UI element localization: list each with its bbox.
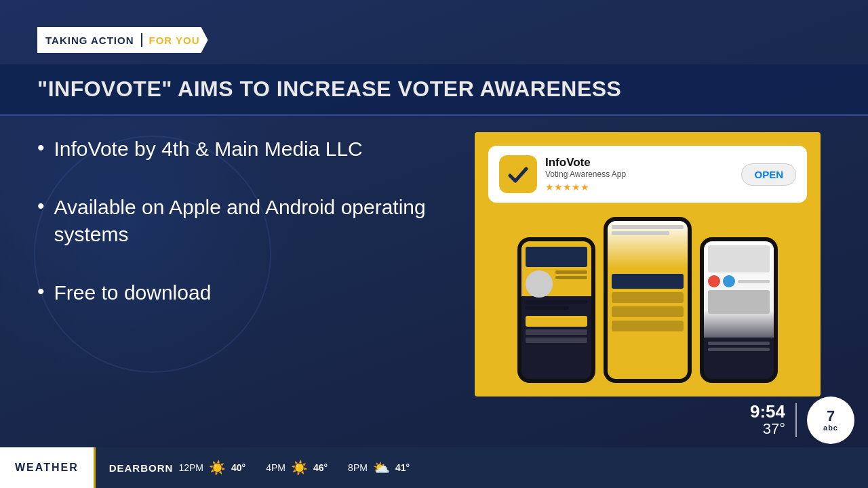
bar1 bbox=[526, 300, 587, 304]
weather-label: WEATHER bbox=[0, 447, 94, 488]
channel-number: 7 bbox=[827, 409, 835, 424]
right-line bbox=[738, 280, 770, 283]
app-stars: ★★★★★ bbox=[545, 182, 733, 192]
center-bar2 bbox=[612, 292, 684, 303]
screen-content-left bbox=[526, 247, 587, 312]
center-bar4 bbox=[612, 321, 684, 331]
city-temp-4pm: 46° bbox=[313, 462, 328, 473]
appstore-card: InfoVote Voting Awareness App ★★★★★ OPEN bbox=[488, 146, 807, 203]
line1 bbox=[555, 270, 587, 274]
city-temp-dearborn: 40° bbox=[231, 462, 245, 473]
city-item-8pm: 8PM ⛅ 41° bbox=[348, 460, 410, 476]
city-time-8pm: 8PM bbox=[348, 462, 368, 473]
red-dot bbox=[708, 275, 720, 287]
right-screen-content bbox=[708, 245, 770, 314]
bullet-text-1: InfoVote by 4th & Main Media LLC bbox=[54, 136, 363, 163]
bullet-dot-3: • bbox=[37, 279, 45, 304]
phone-screen-right-inner bbox=[704, 241, 774, 379]
phone-mockup-left bbox=[517, 237, 595, 383]
sun-icon-1: ☀️ bbox=[209, 460, 226, 476]
bullet-dot-1: • bbox=[37, 136, 45, 160]
avatar1 bbox=[526, 270, 553, 298]
bullet-text-2: Available on Apple and Android operating… bbox=[54, 194, 431, 249]
phone-screen-right bbox=[704, 241, 774, 379]
time-logo-area: 9:54 37° 7 abc bbox=[750, 396, 854, 444]
app-name: InfoVote bbox=[545, 156, 733, 169]
right-image2 bbox=[708, 290, 770, 314]
center-yellow-section bbox=[608, 268, 688, 379]
text-lines bbox=[555, 270, 587, 298]
phone-screen-left bbox=[521, 241, 591, 379]
sun-icon-2: ☀️ bbox=[291, 460, 308, 476]
channel-logo: 7 abc bbox=[807, 396, 854, 444]
headline-text: "INFOVOTE" AIMS TO INCREASE VOTER AWAREN… bbox=[37, 77, 621, 101]
screen-center-content bbox=[612, 225, 684, 237]
right-bottom-bar2 bbox=[708, 348, 770, 351]
phone-screen-center bbox=[608, 221, 688, 379]
clock-text: 9:54 bbox=[750, 403, 785, 420]
app-logo-icon bbox=[506, 162, 530, 186]
city-item-4pm: 4PM ☀️ 46° bbox=[266, 460, 328, 476]
banner-for-you-text: FOR YOU bbox=[149, 35, 200, 46]
blue-dot bbox=[723, 275, 735, 287]
headline-bar: "INFOVOTE" AIMS TO INCREASE VOTER AWAREN… bbox=[0, 64, 868, 116]
center-line1 bbox=[612, 225, 684, 229]
cloud-icon-1: ⛅ bbox=[373, 460, 390, 476]
bullet-item-2: • Available on Apple and Android operati… bbox=[37, 194, 431, 249]
bar2 bbox=[526, 306, 569, 310]
phones-row bbox=[488, 212, 807, 383]
open-button[interactable]: OPEN bbox=[741, 163, 796, 186]
weather-cities: DEARBORN 12PM ☀️ 40° 4PM ☀️ 46° 8PM ⛅ 41… bbox=[94, 447, 868, 488]
app-subtitle: Voting Awareness App bbox=[545, 169, 733, 179]
temperature-text: 37° bbox=[750, 420, 785, 438]
bullets-section: • InfoVote by 4th & Main Media LLC • Ava… bbox=[37, 136, 431, 337]
screen-header bbox=[526, 247, 587, 267]
right-image bbox=[708, 245, 770, 272]
right-bottom-bar1 bbox=[708, 342, 770, 345]
app-icon bbox=[499, 155, 537, 193]
dark-bar1 bbox=[526, 329, 587, 335]
screen-row1 bbox=[526, 270, 587, 298]
yellow-btn bbox=[526, 316, 587, 327]
phone-mockup-right bbox=[700, 237, 778, 383]
city-time-4pm: 4PM bbox=[266, 462, 285, 473]
line2 bbox=[555, 276, 587, 279]
center-bar3 bbox=[612, 306, 684, 317]
bullet-dot-2: • bbox=[37, 194, 45, 218]
weather-bar: WEATHER DEARBORN 12PM ☀️ 40° 4PM ☀️ 46° … bbox=[0, 447, 868, 488]
bullet-text-3: Free to download bbox=[54, 279, 212, 307]
time-display: 9:54 37° bbox=[750, 403, 785, 438]
phone-screen-left-inner bbox=[521, 241, 591, 379]
phone-mockup-center bbox=[604, 217, 692, 383]
bullet-item-3: • Free to download bbox=[37, 279, 431, 307]
banner-divider bbox=[141, 33, 142, 47]
city-temp-8pm: 41° bbox=[395, 462, 410, 473]
screen-bottom bbox=[521, 310, 591, 380]
city-item-dearborn: DEARBORN 12PM ☀️ 40° bbox=[109, 460, 245, 476]
right-bottom bbox=[704, 338, 774, 379]
dark-bar2 bbox=[526, 338, 587, 343]
center-bar1 bbox=[612, 274, 684, 289]
time-divider bbox=[795, 403, 797, 437]
taking-action-banner: TAKING ACTION FOR YOU bbox=[37, 27, 208, 53]
bullet-item-1: • InfoVote by 4th & Main Media LLC bbox=[37, 136, 431, 163]
app-info: InfoVote Voting Awareness App ★★★★★ bbox=[545, 156, 733, 192]
phone-screen-center-inner bbox=[608, 221, 688, 379]
channel-network: abc bbox=[823, 424, 838, 432]
city-time-dearborn: 12PM bbox=[178, 462, 203, 473]
city-name-dearborn: DEARBORN bbox=[109, 462, 174, 474]
banner-taking-action-text: TAKING ACTION bbox=[45, 35, 134, 46]
center-line2 bbox=[612, 231, 669, 235]
right-icons-row bbox=[708, 275, 770, 287]
app-box: InfoVote Voting Awareness App ★★★★★ OPEN bbox=[475, 132, 821, 396]
